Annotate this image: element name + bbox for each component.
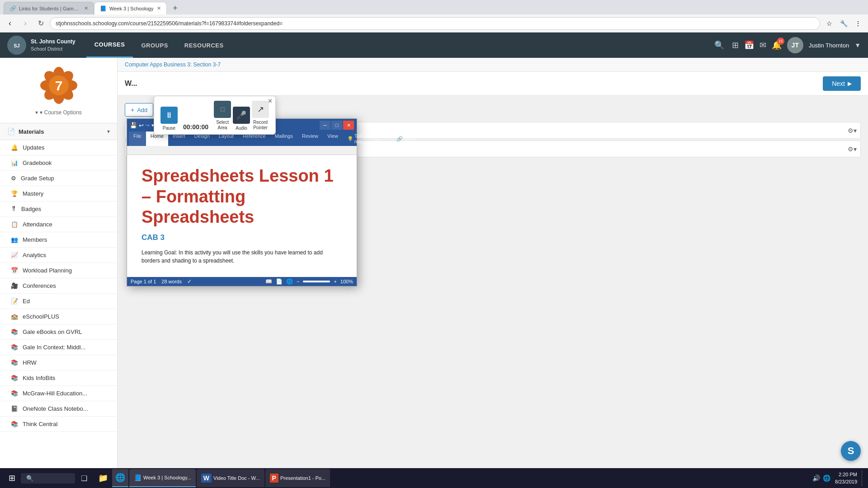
word-zoom-plus[interactable]: +	[334, 279, 336, 284]
sidebar-item-ed[interactable]: 📝 Ed	[0, 294, 117, 309]
browser-tab-1[interactable]: 🔗 Links for Students | Gamble Rog... ✕	[4, 2, 94, 14]
record-timer: 00:00:00	[179, 120, 212, 131]
taskbar-search[interactable]: 🔍	[21, 473, 75, 483]
hrw-icon: 📚	[11, 359, 18, 366]
item2-gear-icon[interactable]: ⚙▾	[848, 145, 857, 153]
think-central-label: Think Central	[23, 421, 57, 427]
course-options[interactable]: ▾ ▾ Course Options	[7, 109, 110, 116]
updates-label: Updates	[23, 144, 44, 151]
word-content[interactable]: Spreadsheets Lesson 1 – Formatting Sprea…	[127, 155, 357, 277]
word-redo-icon[interactable]: ↪	[146, 122, 150, 128]
start-button[interactable]: ⊞	[4, 470, 20, 486]
word-zoom-level: 100%	[340, 279, 353, 284]
word-view-web[interactable]: 🌐	[286, 278, 293, 285]
new-tab-button[interactable]: +	[169, 2, 181, 14]
word-tab-file[interactable]: File	[129, 131, 146, 146]
eschoolplus-icon: 🏫	[11, 313, 18, 320]
word-undo-icon[interactable]: ↩	[139, 122, 144, 129]
record-select-btn[interactable]: ⬚ SelectArea	[214, 101, 231, 131]
word-tab-share[interactable]: 🔗Share	[392, 131, 421, 146]
record-audio-btn[interactable]: 🎤 Audio	[233, 107, 250, 131]
forward-button[interactable]: ›	[19, 17, 32, 30]
sidebar-item-gale-context[interactable]: 📚 Gale In Context: Middl...	[0, 340, 117, 355]
word-close-btn[interactable]: ✕	[343, 121, 354, 130]
taskbar-app-edge[interactable]: 🌐	[112, 469, 128, 487]
calendar-button[interactable]: 📅	[744, 40, 754, 50]
breadcrumb-link[interactable]: Computer Apps Business 3: Section 3-7	[125, 61, 221, 68]
taskbar-app-word[interactable]: W Video Title Doc - W...	[197, 469, 264, 487]
task-view-button[interactable]: ❑	[76, 470, 92, 486]
menu-button[interactable]: ⋮	[852, 17, 864, 30]
sidebar-item-onenote[interactable]: 📓 OneNote Class Notebo...	[0, 401, 117, 417]
sidebar-item-updates[interactable]: 🔔 Updates	[0, 140, 117, 155]
refresh-button[interactable]: ↻	[34, 17, 47, 30]
volume-icon[interactable]: 🔊	[812, 474, 820, 482]
sidebar-item-conferences[interactable]: 🎥 Conferences	[0, 278, 117, 294]
plus-icon: +	[131, 106, 134, 113]
alerts-notif[interactable]: 🔔 15	[772, 40, 782, 50]
messages-notif[interactable]: ✉	[760, 40, 766, 50]
content-body: + Add 📝 U... ⚙▾ 📝 A... ⚙▾ ✕	[118, 96, 868, 474]
word-restore-btn[interactable]: □	[331, 121, 342, 130]
sidebar-item-badges[interactable]: 🎖 Badges	[0, 202, 117, 217]
back-button[interactable]: ‹	[4, 17, 16, 30]
sidebar-item-attendance[interactable]: 📋 Attendance	[0, 217, 117, 232]
next-button[interactable]: Next ▶	[823, 76, 861, 91]
sidebar-item-think-central[interactable]: 📚 Think Central	[0, 417, 117, 432]
apps-button[interactable]: ⊞	[732, 40, 739, 50]
nav-courses[interactable]: COURSES	[86, 33, 133, 58]
address-bar[interactable]	[50, 17, 820, 30]
grade-setup-icon: ⚙	[11, 175, 16, 182]
sidebar-item-gradebook[interactable]: 📊 Gradebook	[0, 155, 117, 171]
sidebar-materials-header[interactable]: 📄 Materials ▾	[0, 123, 117, 140]
sidebar-item-analytics[interactable]: 📈 Analytics	[0, 248, 117, 263]
taskbar-app-powerpoint[interactable]: P Presentation1 - Po...	[265, 469, 330, 487]
tab1-close[interactable]: ✕	[84, 5, 88, 11]
word-save-icon[interactable]: 💾	[130, 122, 137, 129]
word-view-read[interactable]: 📖	[265, 278, 272, 285]
network-icon[interactable]: 🌐	[823, 474, 830, 482]
taskbar-datetime[interactable]: 2:20 PM 8/23/2019	[835, 471, 857, 486]
tab1-favicon: 🔗	[9, 5, 16, 12]
sidebar-item-members[interactable]: 👥 Members	[0, 232, 117, 248]
word-view-print[interactable]: 📄	[276, 278, 283, 285]
word-minimize-btn[interactable]: ─	[320, 121, 330, 130]
sidebar-item-workload-planning[interactable]: 📅 Workload Planning	[0, 263, 117, 278]
nav-resources[interactable]: RESOURCES	[176, 33, 232, 58]
word-document: 💾 ↩ ↪ ▾ Video Title Doc - Word ─ □ ✕ Fil…	[127, 118, 357, 286]
school-logo[interactable]: SJ St. Johns County School District	[7, 36, 75, 55]
sidebar-item-grade-setup[interactable]: ⚙ Grade Setup	[0, 171, 117, 186]
mastery-icon: 🏆	[11, 190, 18, 197]
word-zoom-minus[interactable]: −	[297, 279, 299, 284]
taskbar-app-schoology[interactable]: 📘 Week 3 | Schoology...	[129, 469, 196, 487]
sidebar-item-kids-infobits[interactable]: 📚 Kids InfoBits	[0, 371, 117, 386]
sidebar-item-mcgraw[interactable]: 📚 McGraw-Hill Education...	[0, 386, 117, 401]
word-tab-user[interactable]: Justin Th...	[370, 131, 392, 146]
sidebar-item-eschoolplus[interactable]: 🏫 eSchoolPLUS	[0, 309, 117, 324]
record-toolbar-close[interactable]: ✕	[268, 98, 273, 104]
word-tab-review[interactable]: Review	[297, 131, 323, 146]
sidebar-item-gale-ebooks[interactable]: 📚 Gale eBooks on GVRL	[0, 324, 117, 340]
bookmark-button[interactable]: ☆	[823, 17, 835, 30]
browser-tab-2[interactable]: 📘 Week 3 | Schoology ✕	[94, 2, 167, 14]
search-button[interactable]: 🔍	[712, 38, 726, 52]
record-pointer-btn[interactable]: ↗ RecordPointer	[252, 101, 269, 131]
tab2-favicon: 📘	[100, 5, 107, 12]
word-tab-view[interactable]: View	[323, 131, 343, 146]
record-pause-btn[interactable]: ⏸ Pause	[160, 107, 178, 131]
sidebar-item-mastery[interactable]: 🏆 Mastery	[0, 186, 117, 202]
user-name[interactable]: Justin Thornton	[809, 42, 849, 49]
add-button[interactable]: + Add	[125, 103, 153, 117]
tab2-close[interactable]: ✕	[157, 5, 161, 11]
user-avatar[interactable]: JT	[787, 37, 803, 53]
taskbar-app-explorer[interactable]: 📁	[95, 469, 111, 487]
item1-gear-icon[interactable]: ⚙▾	[848, 127, 857, 134]
user-chevron[interactable]: ▼	[854, 42, 861, 49]
floating-s-badge[interactable]: S	[841, 441, 861, 461]
extensions-button[interactable]: 🔧	[837, 17, 850, 30]
sidebar: 7 ▾ ▾ Course Options 📄 Materials ▾ 🔔 Upd…	[0, 58, 118, 474]
word-tab-tellme[interactable]: 💡Tell me...	[343, 131, 370, 146]
show-desktop-btn[interactable]	[862, 470, 864, 486]
nav-groups[interactable]: GROUPS	[133, 33, 176, 58]
sidebar-item-hrw[interactable]: 📚 HRW	[0, 355, 117, 371]
